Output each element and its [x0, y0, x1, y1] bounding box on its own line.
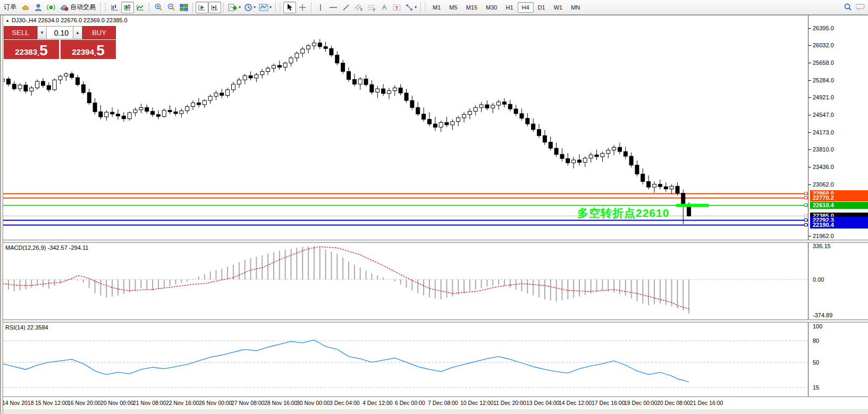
zoom-in-icon[interactable] — [152, 2, 165, 13]
window-bottom-frame — [0, 409, 868, 414]
candlestick-chart-type-icon[interactable] — [121, 2, 134, 13]
market-watch-icon[interactable] — [19, 2, 32, 13]
autotrading-button[interactable]: 自动交易 — [57, 2, 98, 13]
pane-splitter[interactable] — [0, 319, 868, 323]
level-drag-handle[interactable] — [804, 192, 807, 195]
axis-tick — [808, 132, 811, 133]
fibonacci-tool-icon[interactable]: F — [365, 2, 378, 13]
level-drag-handle[interactable] — [804, 218, 807, 222]
level-drag-handle[interactable] — [804, 196, 807, 199]
arrows-tool-icon — [405, 3, 414, 12]
axis-tick — [808, 184, 811, 185]
mt4-window: 订单 自动交易 ▾ ▾ ▾ E F A T ▾ M1 — [0, 0, 868, 414]
level-price-label[interactable]: 22770.2 — [810, 195, 868, 201]
timeframe-m1[interactable]: M1 — [428, 2, 445, 13]
trendline-tool-icon[interactable] — [340, 2, 352, 13]
axis-tick — [808, 80, 811, 81]
text-tool-icon[interactable]: A — [378, 2, 391, 13]
rsi-axis[interactable]: 100805015 — [808, 323, 868, 396]
lot-size-input[interactable]: 0.10 — [47, 26, 73, 39]
rsi-label: RSI(14) 22.3584 — [5, 324, 48, 331]
level-drag-handle[interactable] — [804, 223, 807, 226]
ask-main-digits: 22394 — [72, 47, 94, 57]
rsi-chart[interactable] — [0, 323, 808, 396]
chart-title-text: DJ30-,H4 22634.0 22676.0 22369.0 22385.0 — [12, 17, 128, 23]
macd-axis[interactable]: 336.150.00-374.89 — [808, 243, 868, 319]
svg-text:A: A — [382, 4, 386, 11]
dropdown-arrow-icon: ▾ — [415, 5, 417, 10]
timeframe-m5[interactable]: M5 — [445, 2, 461, 13]
time-axis-label: 17 Dec 16:00 — [592, 400, 625, 406]
main-chart-pane[interactable]: ▲ DJ30-,H4 22634.0 22676.0 22369.0 22385… — [0, 15, 868, 240]
timeframe-m30[interactable]: M30 — [482, 2, 501, 13]
crosshair-icon[interactable] — [296, 2, 309, 13]
account-icon[interactable] — [32, 2, 45, 13]
time-axis-label: 21 Nov 08:00 — [133, 400, 166, 406]
macd-pane[interactable]: MACD(12,26,9) -342.57 -294.11 336.150.00… — [0, 243, 868, 319]
chat-icon[interactable] — [854, 1, 867, 13]
channel-tool-icon[interactable]: E — [352, 2, 365, 13]
time-axis-label: 11 Dec 20:00 — [493, 400, 526, 406]
sell-button[interactable]: SELL — [4, 26, 37, 39]
axis-tick — [808, 167, 811, 167]
time-axis[interactable]: 14 Nov 201815 Nov 12:0016 Nov 20:0020 No… — [0, 396, 868, 409]
macd-tick-label: 0.00 — [813, 276, 824, 283]
price-tick-label: 24547.0 — [813, 112, 834, 118]
time-axis-label: 20 Dec 08:00 — [657, 400, 690, 406]
candlestick-chart[interactable] — [0, 15, 808, 240]
svg-text:F: F — [373, 8, 375, 12]
timeframe-mn[interactable]: MN — [567, 2, 584, 13]
rsi-pane[interactable]: RSI(14) 22.3584 100805015 — [0, 323, 868, 396]
time-axis-label: 14 Dec 12:00 — [559, 400, 592, 406]
horizontal-line-tool-icon[interactable] — [327, 2, 340, 13]
pane-splitter[interactable] — [0, 240, 868, 243]
macd-chart[interactable] — [0, 243, 808, 319]
timeframe-h4[interactable]: H4 — [518, 2, 534, 13]
clock-icon — [244, 3, 252, 12]
tile-windows-icon[interactable] — [178, 2, 190, 13]
cursor-icon[interactable] — [283, 2, 296, 13]
price-tick-label: 25658.0 — [813, 60, 834, 66]
one-click-trade-panel: SELL ▼ 0.10 ▲ BUY 22383.5 22394.5 — [4, 26, 116, 59]
price-tick-label: 23436.0 — [813, 164, 834, 170]
signals-icon[interactable] — [45, 2, 57, 13]
chart-annotation-text[interactable]: 多空转折点22610 — [577, 206, 669, 221]
level-drag-handle[interactable] — [804, 214, 807, 217]
new-order-label: 订单 — [4, 3, 16, 12]
timeframe-w1[interactable]: W1 — [550, 2, 567, 13]
bar-chart-type-icon[interactable] — [108, 2, 121, 13]
price-axis[interactable]: 26395.026032.025658.025284.024921.024547… — [808, 15, 868, 240]
macd-tick-label: 336.15 — [813, 243, 831, 249]
indicators-button[interactable]: ▾ — [226, 2, 242, 13]
vertical-line-tool-icon[interactable] — [314, 2, 327, 13]
buy-button[interactable]: BUY — [82, 26, 116, 39]
autotrading-icon — [60, 3, 69, 12]
templates-button[interactable]: ▾ — [257, 2, 273, 13]
timeframe-m15[interactable]: M15 — [462, 2, 482, 13]
arrows-tool-button[interactable]: ▾ — [403, 2, 418, 13]
periods-button[interactable]: ▾ — [242, 2, 257, 13]
chart-shift-icon[interactable] — [208, 2, 221, 13]
time-axis-label: 28 Nov 16:00 — [264, 400, 297, 406]
time-axis-label: 14 Nov 2018 — [2, 400, 34, 406]
level-price-label[interactable]: 22610.4 — [810, 202, 868, 209]
lot-decrease-button[interactable]: ▼ — [37, 26, 47, 39]
search-icon[interactable] — [841, 1, 854, 13]
axis-tick — [808, 236, 811, 236]
collapse-arrow-icon[interactable]: ▲ — [5, 18, 10, 23]
ask-pip-digit: 5 — [96, 44, 105, 57]
bid-price-display: 22383.5 — [4, 40, 59, 59]
text-label-tool-icon[interactable]: T — [391, 2, 403, 13]
macd-label: MACD(12,26,9) -342.57 -294.11 — [5, 244, 88, 251]
lot-increase-button[interactable]: ▲ — [73, 26, 82, 39]
level-price-label[interactable]: 22190.4 — [810, 222, 868, 229]
svg-text:E: E — [360, 7, 363, 11]
line-chart-type-icon[interactable] — [134, 2, 147, 13]
price-tick-label: 24921.0 — [813, 94, 834, 100]
timeframe-d1[interactable]: D1 — [534, 2, 550, 13]
zoom-out-icon[interactable] — [165, 2, 178, 13]
new-order-button[interactable]: 订单 — [1, 2, 19, 13]
timeframe-h1[interactable]: H1 — [501, 2, 517, 13]
level-drag-handle[interactable] — [804, 204, 807, 207]
auto-scroll-icon[interactable] — [196, 2, 208, 13]
